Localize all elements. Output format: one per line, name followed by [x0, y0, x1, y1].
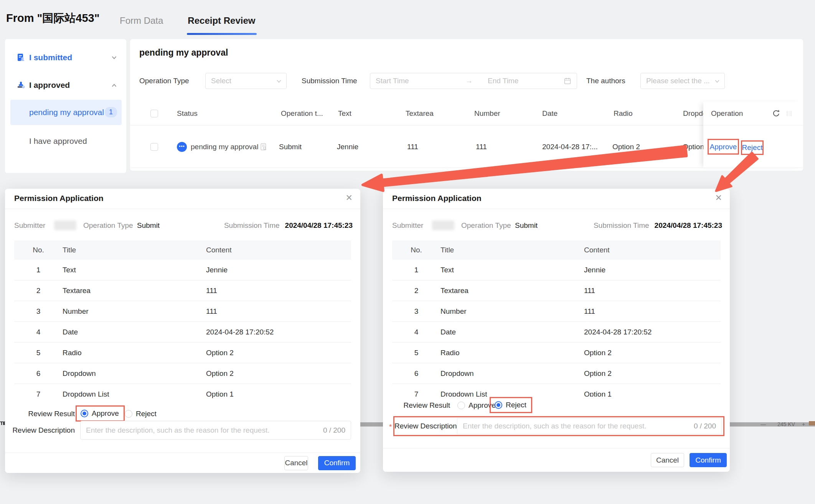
cell-content: Option 1 — [584, 390, 721, 397]
permission-application-modal-reject: Permission Application ✕ Submitter Opera… — [383, 189, 730, 472]
authors-select[interactable]: Please select the ... — [640, 73, 725, 89]
submitter-label: Submitter — [392, 221, 423, 230]
tab-receipt-review[interactable]: Receipt Review — [188, 15, 255, 26]
stamp-icon — [16, 81, 26, 90]
cell-content: Option 2 — [584, 369, 721, 378]
chevron-up-icon — [111, 82, 117, 88]
col-no: No. — [14, 246, 63, 254]
submission-time-value: 2024/04/28 17:45:23 — [655, 221, 722, 229]
table-row: ••• pending my approval Submit Jennie 11… — [130, 125, 803, 168]
col-operation-type: Operation t... — [281, 102, 323, 125]
cell-title: Date — [440, 328, 584, 336]
submission-time-label: Submission Time — [594, 221, 649, 229]
cell-status: pending my approval — [191, 125, 258, 168]
tab-form-data[interactable]: Form Data — [120, 15, 163, 26]
sidebar-item-i-approved[interactable]: I approved — [5, 77, 126, 93]
review-result-label: Review Result — [383, 396, 450, 415]
sidebar-item-label: pending my approval — [29, 100, 104, 125]
review-result-row: Review Result Approve Reject — [383, 396, 730, 415]
highlight-box-approve-radio: Approve — [76, 405, 125, 422]
review-description-input[interactable] — [81, 421, 351, 439]
confirm-button[interactable]: Confirm — [690, 453, 727, 467]
radio-icon — [457, 402, 465, 409]
modal-table-row: 7Dropdown ListOption 1 — [392, 384, 721, 397]
review-description-input[interactable] — [457, 418, 721, 434]
modal-table-row: 5RadioOption 2 — [14, 343, 351, 363]
operation-type-label: Operation Type — [461, 221, 511, 230]
modal-table-row: 7Dropdown ListOption 1 — [14, 384, 351, 400]
top-tabs: Form Data Receipt Review — [120, 15, 255, 26]
review-description-label: Review Description — [5, 421, 75, 440]
sidebar-item-i-have-approved[interactable]: I have approved — [5, 133, 126, 149]
chevron-down-icon — [111, 55, 117, 61]
cell-content: 111 — [584, 287, 721, 295]
col-textarea: Textarea — [406, 102, 434, 125]
cell-no: 2 — [14, 287, 63, 295]
radio-selected-icon — [81, 410, 88, 417]
char-counter: 0 / 200 — [694, 422, 716, 430]
approve-link[interactable]: Approve — [710, 143, 737, 151]
cell-no: 4 — [14, 328, 63, 336]
cell-no: 5 — [392, 349, 440, 357]
approve-radio[interactable]: Approve — [81, 409, 119, 418]
col-date: Date — [542, 102, 558, 125]
col-no: No. — [392, 246, 440, 254]
cell-content: 2024-04-28 17:20:52 — [206, 328, 351, 336]
sidebar-item-i-submitted[interactable]: I submitted — [5, 50, 126, 65]
operation-fixed-column: Operation Approve Reject — [703, 102, 803, 168]
confirm-button[interactable]: Confirm — [318, 456, 356, 470]
cell-content: 111 — [206, 287, 351, 295]
submission-time-label: Submission Time — [224, 221, 280, 229]
reject-link[interactable]: Reject — [742, 143, 763, 152]
cell-content: Option 1 — [206, 390, 351, 399]
modal-header: Permission Application ✕ — [5, 189, 360, 209]
radio-label: Approve — [92, 409, 119, 418]
close-icon[interactable]: ✕ — [346, 193, 353, 203]
submission-time-value: 2024/04/28 17:45:23 — [285, 221, 353, 229]
cancel-button[interactable]: Cancel — [651, 453, 684, 467]
highlight-box-reject-radio: Reject — [490, 397, 532, 413]
reject-radio[interactable]: Reject — [125, 405, 157, 423]
highlight-box-approve: Approve — [708, 139, 739, 155]
operation-type-value: Submit — [515, 221, 538, 230]
page-title: From "国际站453" — [6, 11, 99, 26]
sidebar-item-pending-my-approval[interactable]: pending my approval 1 — [10, 100, 122, 125]
col-radio: Radio — [614, 102, 633, 125]
cell-content: 111 — [584, 307, 721, 316]
modal-table-header: No. Title Content — [392, 240, 721, 260]
calendar-icon — [564, 77, 571, 85]
cell-content: Jennie — [206, 266, 351, 274]
select-all-checkbox[interactable] — [150, 110, 158, 117]
select-placeholder: Please select the ... — [641, 73, 724, 89]
column-settings-icon[interactable] — [786, 110, 792, 117]
operation-type-select[interactable]: Select — [205, 73, 287, 89]
operation-type-label: Operation Type — [83, 221, 133, 230]
reject-radio[interactable]: Reject — [495, 401, 526, 409]
col-status: Status — [177, 102, 198, 125]
permission-application-modal-approve: Permission Application ✕ Submitter Opera… — [5, 189, 360, 473]
count-badge: 1 — [105, 107, 117, 117]
description-input-wrap: 0 / 200 — [80, 421, 351, 440]
modal-table-row: 3Number111 — [392, 301, 721, 322]
row-checkbox[interactable] — [150, 143, 158, 151]
review-description-label: Review Description — [394, 417, 452, 435]
radio-icon — [125, 410, 132, 418]
preview-doc-icon[interactable] — [260, 143, 267, 151]
chevron-down-icon — [276, 79, 282, 84]
date-range-picker[interactable]: Start Time → End Time — [370, 73, 577, 89]
close-icon[interactable]: ✕ — [715, 193, 722, 203]
cell-title: Dropdown List — [440, 390, 584, 397]
modal-header: Permission Application ✕ — [383, 189, 730, 209]
refresh-icon[interactable] — [772, 109, 781, 118]
operation-type-label: Operation Type — [139, 73, 189, 89]
cell-text: Jennie — [337, 125, 358, 168]
cell-title: Text — [440, 266, 584, 274]
col-title: Title — [440, 246, 584, 254]
cell-no: 6 — [14, 369, 63, 378]
radio-selected-icon — [495, 401, 502, 409]
review-description-row: Review Description 0 / 200 — [5, 421, 360, 440]
zoom-out-icon: — — [761, 421, 766, 427]
chevron-down-icon — [714, 79, 720, 84]
cancel-button[interactable]: Cancel — [284, 456, 308, 470]
authors-label: The authors — [586, 73, 625, 89]
